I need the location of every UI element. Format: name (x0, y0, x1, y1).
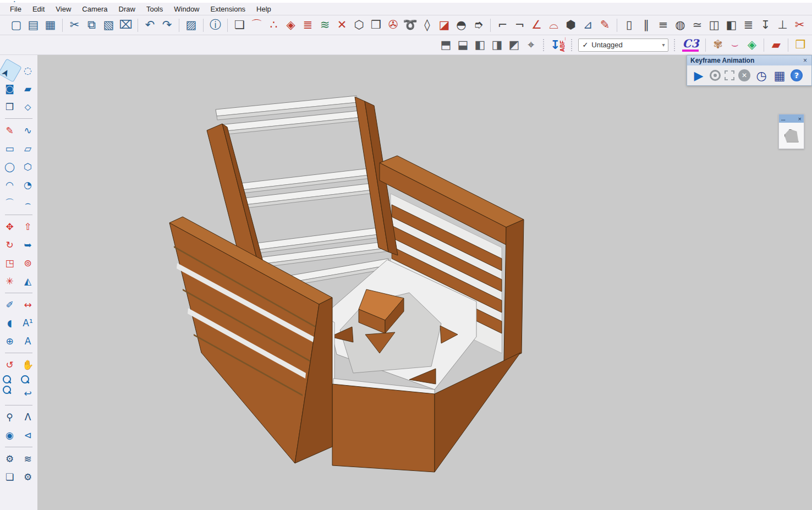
plugin-arc-append[interactable]: ⌒ (248, 17, 265, 34)
save-button[interactable]: ▦ (42, 17, 59, 34)
plugin-bend-curve[interactable]: ⌓ (545, 17, 562, 34)
plugin-footing[interactable]: ⊥ (774, 17, 791, 34)
select-keyframes-button[interactable] (725, 70, 734, 80)
push-pull-tool[interactable]: ⇧ (19, 218, 37, 235)
plugin-push-shape[interactable]: ❒ (367, 17, 385, 34)
record-keyframe-button[interactable] (710, 70, 721, 81)
toolbar-drag-handle[interactable] (570, 39, 573, 52)
plugin-wrap-band[interactable]: ✇ (385, 17, 402, 34)
plugin-axis-snap[interactable]: ✕ (333, 17, 350, 34)
menu-window[interactable]: Window (168, 5, 205, 13)
plugin-posts-row[interactable]: ∥ (638, 17, 655, 34)
axes-globe-tool[interactable]: ⊕ (1, 332, 19, 350)
pan-tool[interactable]: ✋ (19, 356, 37, 374)
plugin-face-arrow[interactable]: ➮ (470, 17, 487, 34)
menu-extensions[interactable]: Extensions (205, 5, 251, 13)
tags-dropdown[interactable]: ✓ Untagged ▾ (578, 39, 668, 52)
follow-me-tool[interactable]: ➥ (19, 236, 37, 254)
field-of-view-tool[interactable]: ⊲ (19, 426, 37, 444)
three-point-arc-tool[interactable]: ⌢ (19, 194, 37, 212)
menu-file[interactable]: File (4, 5, 27, 13)
model-canvas[interactable]: Keyframe Animation × ▶◷▦ ... × (37, 55, 812, 510)
menu-camera[interactable]: Camera (76, 5, 113, 13)
play-animation-button[interactable]: ▶ (692, 68, 706, 83)
menu-tools[interactable]: Tools (141, 5, 168, 13)
plugin-sticky-note[interactable]: ❏ (231, 17, 248, 34)
tag-tool[interactable]: ⬦ (19, 98, 37, 116)
plugin-marker-box[interactable]: ✎ (596, 17, 613, 34)
undo-button[interactable]: ↶ (141, 17, 158, 34)
plugin-corner-small[interactable]: ¬ (511, 17, 528, 34)
polygon-tool-icon[interactable] (784, 129, 799, 142)
plugin-edge-curves-tool[interactable]: ≋ (19, 450, 37, 468)
plugin-layer-colors[interactable]: ≋ (316, 17, 333, 34)
abf-screw-tool-button[interactable]: ↧ ABF_ (548, 36, 568, 54)
plugin-bend-pipe[interactable]: ➰ (402, 17, 419, 34)
look-around-tool[interactable]: ◉ (1, 426, 19, 444)
artisan-shell-button[interactable]: ✾ (709, 37, 726, 53)
plugin-purge-tool[interactable]: ⚙ (1, 450, 19, 468)
freehand-tool[interactable]: ∿ (19, 122, 37, 139)
menu-view[interactable]: View (50, 5, 76, 13)
polygon-tool[interactable]: ⬡ (19, 158, 37, 176)
plugin-cut-red[interactable]: ✂ (791, 17, 808, 34)
position-camera-tool[interactable]: ⚲ (1, 408, 19, 426)
plugin-ghost-polygon[interactable]: ⬡ (350, 17, 367, 34)
plugin-angle-measure[interactable]: ∠ (528, 17, 545, 34)
menu-edit[interactable]: Edit (27, 5, 50, 13)
help-button[interactable] (791, 69, 803, 81)
toolbar-drag-handle[interactable] (673, 39, 676, 52)
front-view-button[interactable]: ◧ (471, 37, 489, 53)
model-info-button[interactable]: ⓘ (207, 17, 224, 34)
plugin-corner-large[interactable]: ⌐ (494, 17, 511, 34)
copy-button[interactable]: ⧉ (83, 17, 100, 34)
delete-button[interactable]: ⌧ (117, 17, 134, 34)
plugin-ring-array[interactable]: ◍ (672, 17, 689, 34)
plugin-box-band[interactable]: ⬢ (562, 17, 579, 34)
zoom-tool[interactable] (1, 374, 11, 384)
two-point-arc-tool[interactable]: ⌒ (1, 194, 19, 212)
menu-draw[interactable]: Draw (113, 5, 141, 13)
flip-tool[interactable]: ◭ (19, 272, 37, 290)
rotate-tool[interactable]: ↻ (1, 236, 19, 254)
zoom-previous-tool[interactable]: ↩ (19, 385, 37, 402)
plugin-shelf-stack[interactable]: ≣ (740, 17, 757, 34)
plugin-layer-stack[interactable]: ≣ (299, 17, 316, 34)
timing-button[interactable]: ◷ (754, 68, 769, 83)
close-icon[interactable]: × (802, 57, 808, 64)
back-view-button[interactable]: ◩ (506, 37, 523, 53)
lasso-select-tool[interactable]: ◌ (19, 62, 37, 79)
plugin-panel-door[interactable]: ◧ (723, 17, 740, 34)
export-movie-button[interactable]: ▦ (772, 68, 787, 83)
cut-button[interactable]: ✂ (66, 17, 83, 34)
plugin-posts-cluster[interactable]: ≡ (655, 17, 672, 34)
plugin-steps-arc[interactable]: ≃ (689, 17, 706, 34)
axes-tool[interactable]: ✳ (1, 272, 19, 290)
open-button[interactable]: ▤ (25, 17, 42, 34)
paste-button[interactable]: ▧ (100, 17, 117, 34)
curve-anchor-button[interactable]: ⌣ (726, 37, 743, 53)
profile-builder-button[interactable]: ▰ (767, 37, 784, 53)
plugin-sail-face[interactable]: ⊿ (579, 17, 596, 34)
menu-help[interactable]: Help (251, 5, 277, 13)
plugin-curves-settings-tool[interactable]: ⚙ (19, 468, 37, 486)
iso-view-button[interactable]: ⬒ (437, 37, 454, 53)
redo-button[interactable]: ↷ (158, 17, 175, 34)
arc-tool[interactable]: ◠ (1, 176, 19, 194)
plugin-path-points[interactable]: ∴ (265, 17, 282, 34)
select-tool[interactable]: ➤ (0, 58, 21, 83)
paint-bucket-tool[interactable]: ◙ (1, 80, 19, 97)
protractor-tool[interactable]: ◖ (1, 314, 19, 332)
dimensions-tool[interactable]: ↔ (19, 296, 37, 314)
right-view-button[interactable]: ◨ (489, 37, 506, 53)
offset-tool[interactable]: ⊚ (19, 254, 37, 272)
plugin-screw-insert[interactable]: ↧ (757, 17, 774, 34)
plugin-post-single[interactable]: ▯ (621, 17, 638, 34)
orbit-tool[interactable]: ↺ (1, 356, 19, 374)
toolbar-drag-handle[interactable] (542, 39, 545, 52)
pie-tool[interactable]: ◔ (19, 176, 37, 194)
scale-tool[interactable]: ◳ (1, 254, 19, 272)
rectangle-tool[interactable]: ▭ (1, 140, 19, 157)
walk-tool[interactable]: Λ (19, 408, 37, 426)
tape-measure-tool[interactable]: ✐ (1, 296, 19, 314)
